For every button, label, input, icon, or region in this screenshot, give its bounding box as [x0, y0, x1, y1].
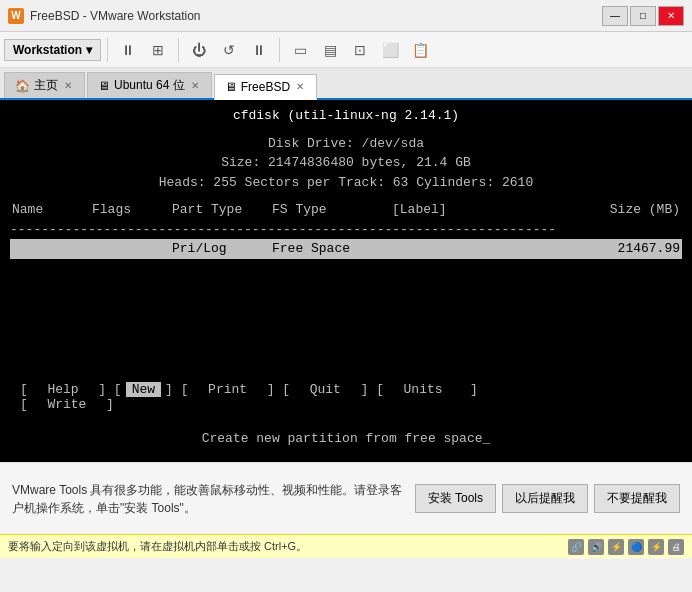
row-size: 21467.99 — [522, 239, 680, 259]
toolbar-separator-2 — [178, 38, 179, 62]
cfdisk-new-btn[interactable]: New — [126, 382, 161, 397]
row-flags — [92, 239, 172, 259]
cfdisk-content: cfdisk (util-linux-ng 2.14.1) Disk Drive… — [0, 106, 692, 259]
tabs-bar: 🏠 主页 ✕ 🖥 Ubuntu 64 位 ✕ 🖥 FreeBSD ✕ — [0, 68, 692, 100]
cfdisk-bracket-close-quit: ] — [345, 382, 368, 397]
col-header-fs-type: FS Type — [272, 200, 392, 220]
install-tools-button[interactable]: 安装 Tools — [415, 484, 496, 513]
display-icon: 🖨 — [668, 539, 684, 555]
workstation-menu-button[interactable]: Workstation ▾ — [4, 39, 101, 61]
freebsd-tab-icon: 🖥 — [225, 80, 237, 94]
toolbar-separator-1 — [107, 38, 108, 62]
cfdisk-buttons: [ Help ] [ New ] [ Print ] [ Quit ] [ Un… — [0, 382, 692, 412]
power-status-icon: ⚡ — [648, 539, 664, 555]
never-remind-button[interactable]: 不要提醒我 — [594, 484, 680, 513]
minimize-button[interactable]: — — [602, 6, 628, 26]
freebsd-tab-close[interactable]: ✕ — [294, 80, 306, 93]
col-header-part-type: Part Type — [172, 200, 272, 220]
status-bar: 要将输入定向到该虚拟机，请在虚拟机内部单击或按 Ctrl+G。 🔗 🔊 ⚡ 🔵 … — [0, 534, 692, 558]
view2-button[interactable]: ▤ — [316, 36, 344, 64]
cfdisk-bracket-close-help: ] — [83, 382, 106, 397]
vm-screen[interactable]: cfdisk (util-linux-ng 2.14.1) Disk Drive… — [0, 100, 692, 462]
cfdisk-geometry-line: Heads: 255 Sectors per Track: 63 Cylinde… — [10, 173, 682, 193]
cfdisk-title: cfdisk (util-linux-ng 2.14.1) — [10, 106, 682, 126]
cfdisk-bracket-open-new: [ — [106, 382, 122, 397]
view5-button[interactable]: 📋 — [406, 36, 434, 64]
vmtools-actions: 安装 Tools 以后提醒我 不要提醒我 — [415, 484, 680, 513]
cfdisk-status: Create new partition from free space_ — [0, 431, 692, 446]
cfdisk-size-line: Size: 21474836480 bytes, 21.4 GB — [10, 153, 682, 173]
toolbar-separator-3 — [279, 38, 280, 62]
cfdisk-disk-label: Disk Drive: /dev/sda — [10, 134, 682, 154]
view1-button[interactable]: ▭ — [286, 36, 314, 64]
cfdisk-free-space-row: Pri/Log Free Space 21467.99 — [10, 239, 682, 259]
bluetooth-icon: 🔵 — [628, 539, 644, 555]
cfdisk-divider: ----------------------------------------… — [10, 220, 682, 240]
cfdisk-bracket-close-units: ] — [447, 382, 478, 397]
suspend-button[interactable]: ⏸ — [245, 36, 273, 64]
status-hint-text: 要将输入定向到该虚拟机，请在虚拟机内部单击或按 Ctrl+G。 — [8, 539, 307, 554]
ubuntu-tab-close[interactable]: ✕ — [189, 79, 201, 92]
workstation-label: Workstation — [13, 43, 82, 57]
snapshot-button[interactable]: ⊞ — [144, 36, 172, 64]
cfdisk-bracket-open-units: [ — [368, 382, 399, 397]
cfdisk-quit-btn[interactable]: Quit — [310, 382, 341, 397]
cfdisk-table-header: Name Flags Part Type FS Type [Label] Siz… — [10, 200, 682, 220]
tab-freebsd[interactable]: 🖥 FreeBSD ✕ — [214, 74, 317, 100]
cfdisk-help-btn[interactable]: Help — [47, 382, 78, 397]
ubuntu-tab-label: Ubuntu 64 位 — [114, 77, 185, 94]
cfdisk-bracket-open-help: [ — [20, 382, 43, 397]
view3-button[interactable]: ⊡ — [346, 36, 374, 64]
home-tab-label: 主页 — [34, 77, 58, 94]
ubuntu-tab-icon: 🖥 — [98, 79, 110, 93]
dropdown-arrow-icon: ▾ — [86, 43, 92, 57]
title-bar: W FreeBSD - VMware Workstation — □ ✕ — [0, 0, 692, 32]
cfdisk-bracket-close-print: ] — [251, 382, 274, 397]
status-icons: 🔗 🔊 ⚡ 🔵 ⚡ 🖨 — [568, 539, 684, 555]
cfdisk-button-row-1: [ Help ] [ New ] [ Print ] [ Quit ] [ Un… — [20, 382, 478, 397]
freebsd-tab-label: FreeBSD — [241, 80, 290, 94]
close-button[interactable]: ✕ — [658, 6, 684, 26]
cfdisk-units-btn[interactable]: Units — [404, 382, 443, 397]
home-tab-close[interactable]: ✕ — [62, 79, 74, 92]
tab-home[interactable]: 🏠 主页 ✕ — [4, 72, 85, 98]
col-header-flags: Flags — [92, 200, 172, 220]
row-label — [392, 239, 522, 259]
cfdisk-bracket-close-write: ] — [90, 397, 113, 412]
cfdisk-bracket-open-print: [ — [173, 382, 204, 397]
audio-icon: 🔊 — [588, 539, 604, 555]
usb-icon: ⚡ — [608, 539, 624, 555]
cfdisk-bracket-open-write: [ — [20, 397, 43, 412]
row-fs-type: Free Space — [272, 239, 392, 259]
app-icon: W — [8, 8, 24, 24]
home-tab-icon: 🏠 — [15, 79, 30, 93]
col-header-label: [Label] — [392, 200, 522, 220]
reset-button[interactable]: ↺ — [215, 36, 243, 64]
cfdisk-button-row-2: [ Write ] — [20, 397, 114, 412]
vmtools-notification: VMware Tools 具有很多功能，能改善鼠标移动性、视频和性能。请登录客户… — [0, 462, 692, 534]
tab-ubuntu[interactable]: 🖥 Ubuntu 64 位 ✕ — [87, 72, 212, 98]
vmtools-message: VMware Tools 具有很多功能，能改善鼠标移动性、视频和性能。请登录客户… — [12, 481, 405, 517]
cfdisk-bracket-open-quit: [ — [275, 382, 306, 397]
pause-button[interactable]: ⏸ — [114, 36, 142, 64]
window-controls: — □ ✕ — [602, 6, 684, 26]
remind-later-button[interactable]: 以后提醒我 — [502, 484, 588, 513]
window-title: FreeBSD - VMware Workstation — [30, 9, 602, 23]
col-header-size: Size (MB) — [522, 200, 680, 220]
cfdisk-bracket-close-new: ] — [165, 382, 173, 397]
toolbar: Workstation ▾ ⏸ ⊞ ⏻ ↺ ⏸ ▭ ▤ ⊡ ⬜ 📋 — [0, 32, 692, 68]
row-name — [12, 239, 92, 259]
cfdisk-write-btn[interactable]: Write — [47, 397, 86, 412]
view4-button[interactable]: ⬜ — [376, 36, 404, 64]
network-icon: 🔗 — [568, 539, 584, 555]
cfdisk-status-text: Create new partition from free space_ — [202, 431, 491, 446]
maximize-button[interactable]: □ — [630, 6, 656, 26]
row-part-type: Pri/Log — [172, 239, 272, 259]
col-header-name: Name — [12, 200, 92, 220]
cfdisk-print-btn[interactable]: Print — [208, 382, 247, 397]
power-button[interactable]: ⏻ — [185, 36, 213, 64]
